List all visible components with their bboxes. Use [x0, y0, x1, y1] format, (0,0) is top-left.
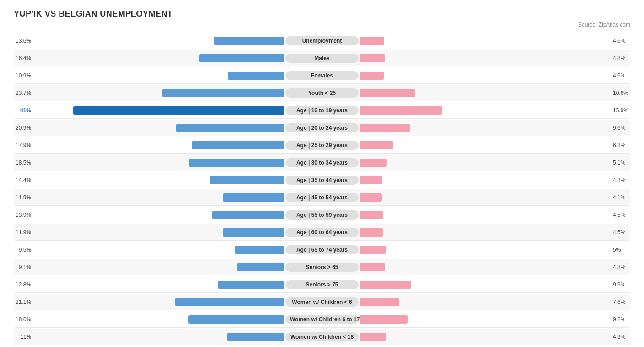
- left-value: 11.9%: [14, 229, 31, 236]
- left-value: 12.8%: [14, 281, 31, 288]
- chart-row: 41% Age | 16 to 19 years 15.9%: [14, 102, 630, 119]
- center-label: Females: [285, 71, 359, 80]
- left-bar: [73, 106, 284, 115]
- center-label: Age | 35 to 44 years: [285, 176, 359, 185]
- left-value: 9.5%: [14, 247, 31, 253]
- left-value: 14.4%: [14, 177, 31, 183]
- left-value: 17.9%: [14, 142, 31, 149]
- left-value: 41%: [14, 107, 31, 114]
- left-bar: [218, 281, 284, 289]
- chart-row: 18.5% Age | 30 to 34 years 5.1%: [14, 154, 630, 171]
- right-section: 9.2%: [359, 315, 630, 324]
- left-value: 13.6%: [14, 38, 31, 44]
- right-bar: [360, 315, 408, 324]
- right-bar: [360, 106, 442, 115]
- right-bar: [360, 298, 399, 306]
- left-section: 9.1%: [14, 263, 285, 271]
- left-bar: [175, 298, 284, 306]
- right-bar-wrap: [360, 298, 610, 306]
- right-section: 6.3%: [359, 141, 630, 149]
- right-bar: [360, 228, 383, 237]
- right-bar-wrap: [360, 72, 610, 80]
- left-bar: [176, 124, 284, 132]
- left-section: 18.6%: [14, 315, 285, 324]
- left-value: 20.9%: [14, 125, 31, 131]
- center-label: Age | 16 to 19 years: [285, 106, 359, 115]
- right-value: 4.1%: [613, 194, 630, 201]
- right-bar-wrap: [360, 141, 610, 149]
- left-section: 20.9%: [14, 124, 285, 132]
- right-value: 9.2%: [613, 316, 630, 323]
- right-value: 6.3%: [613, 142, 630, 149]
- left-bar: [228, 72, 284, 80]
- center-label: Women w/ Children < 6: [285, 297, 359, 307]
- chart-row: 14.4% Age | 35 to 44 years 4.3%: [14, 172, 630, 188]
- chart-row: 9.1% Seniors > 65 4.8%: [14, 259, 630, 275]
- center-label: Seniors > 65: [285, 263, 359, 272]
- left-bar-wrap: [34, 281, 284, 289]
- chart-row: 11% Women w/ Children < 18 4.9%: [14, 329, 630, 345]
- chart-row: 13.9% Age | 55 to 59 years 4.5%: [14, 207, 630, 223]
- chart-row: 23.7% Youth < 25 10.6%: [14, 85, 630, 101]
- center-label: Youth < 25: [285, 88, 359, 98]
- right-bar-wrap: [360, 176, 610, 184]
- left-bar: [210, 176, 284, 184]
- right-value: 7.6%: [613, 299, 630, 305]
- right-section: 4.8%: [359, 54, 630, 62]
- left-bar: [237, 263, 284, 271]
- chart-row: 11.9% Age | 45 to 54 years 4.1%: [14, 189, 630, 206]
- center-label: Seniors > 75: [285, 280, 359, 289]
- right-section: 4.3%: [359, 176, 630, 184]
- chart-row: 16.4% Males 4.8%: [14, 50, 630, 66]
- center-label: Unemployment: [285, 36, 359, 45]
- right-bar: [360, 54, 385, 62]
- right-value: 4.9%: [613, 334, 630, 340]
- left-section: 12.8%: [14, 281, 285, 289]
- left-bar: [212, 211, 284, 219]
- center-label: Women w/ Children 6 to 17: [285, 315, 359, 324]
- left-value: 21.1%: [14, 299, 31, 305]
- right-section: 4.8%: [359, 263, 630, 271]
- right-bar: [360, 159, 387, 167]
- left-bar: [227, 333, 284, 341]
- right-section: 4.6%: [359, 37, 630, 45]
- center-label: Age | 60 to 64 years: [285, 228, 359, 237]
- right-bar-wrap: [360, 106, 610, 115]
- right-section: 9.6%: [359, 124, 630, 132]
- left-bar: [214, 37, 284, 45]
- right-bar-wrap: [360, 211, 610, 219]
- right-bar-wrap: [360, 124, 610, 132]
- left-bar-wrap: [34, 246, 284, 254]
- right-bar-wrap: [360, 228, 610, 237]
- left-value: 23.7%: [14, 90, 31, 96]
- left-value: 18.5%: [14, 160, 31, 166]
- right-section: 10.6%: [359, 89, 630, 97]
- right-section: 15.9%: [359, 106, 630, 115]
- right-bar-wrap: [360, 263, 610, 271]
- right-bar: [360, 263, 385, 271]
- right-value: 10.6%: [613, 90, 630, 96]
- left-bar-wrap: [34, 211, 284, 219]
- center-label: Age | 65 to 74 years: [285, 245, 359, 254]
- left-value: 13.9%: [14, 212, 31, 218]
- right-value: 4.6%: [613, 38, 630, 44]
- left-section: 21.1%: [14, 298, 285, 306]
- right-bar: [360, 333, 386, 341]
- right-bar: [360, 72, 384, 80]
- chart-row: 21.1% Women w/ Children < 6 7.6%: [14, 294, 630, 310]
- chart-row: 10.9% Females 4.6%: [14, 67, 630, 84]
- left-bar-wrap: [34, 298, 284, 306]
- center-label: Age | 55 to 59 years: [285, 210, 359, 220]
- right-bar: [360, 124, 410, 132]
- left-bar-wrap: [34, 106, 284, 115]
- right-value: 4.5%: [613, 229, 630, 236]
- chart-title: YUP'IK VS BELGIAN UNEMPLOYMENT: [14, 9, 630, 19]
- left-bar-wrap: [34, 193, 284, 202]
- right-value: 4.5%: [613, 212, 630, 218]
- right-section: 4.6%: [359, 72, 630, 80]
- right-bar-wrap: [360, 333, 610, 341]
- right-bar-wrap: [360, 193, 610, 202]
- right-section: 4.1%: [359, 193, 630, 202]
- left-bar-wrap: [34, 124, 284, 132]
- left-bar: [162, 89, 284, 97]
